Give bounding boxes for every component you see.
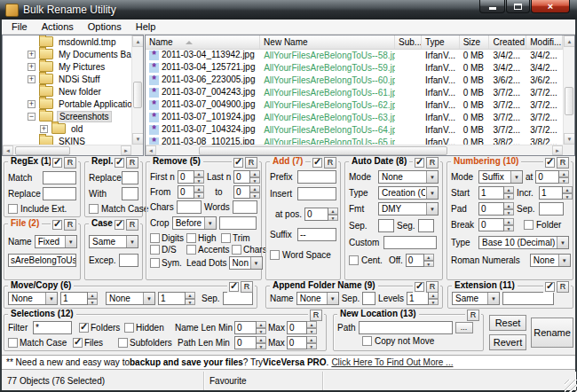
- scroll-left-icon[interactable]: ◄: [3, 145, 13, 155]
- numbering-enable-checkbox[interactable]: [545, 158, 555, 168]
- spin-up-icon[interactable]: ▲: [559, 170, 569, 177]
- spin-down-icon[interactable]: ▼: [194, 177, 204, 184]
- words-input[interactable]: [233, 200, 257, 214]
- date-sep-input[interactable]: [378, 219, 394, 232]
- file-row[interactable]: *2011-03-06_223005.jpgAllYourFilesAreBel…: [146, 74, 563, 86]
- menu-file[interactable]: File: [4, 20, 35, 33]
- path-len-min-spinner[interactable]: 0▲▼: [234, 336, 266, 349]
- insert-input[interactable]: [297, 187, 336, 200]
- lead-dots-dropdown[interactable]: Non▼: [229, 256, 263, 270]
- start-spinner[interactable]: 1▲▼: [478, 186, 514, 200]
- dropdown-arrow-icon[interactable]: ▼: [487, 293, 499, 304]
- spin-up-icon[interactable]: ▲: [504, 218, 514, 225]
- path-len-max-spinner[interactable]: 0▲▼: [287, 336, 317, 349]
- date-custom-input[interactable]: [383, 236, 437, 249]
- dropdown-arrow-icon[interactable]: ▼: [327, 293, 338, 304]
- move2-spinner[interactable]: 1▲▼: [158, 292, 195, 305]
- add-reset-button[interactable]: R: [324, 157, 336, 169]
- column-header[interactable]: Name: [146, 35, 260, 49]
- expand-icon[interactable]: +: [28, 63, 36, 71]
- spin-up-icon[interactable]: ▲: [194, 170, 204, 177]
- spin-down-icon[interactable]: ▼: [559, 177, 569, 184]
- name-len-min-spinner[interactable]: 0▲▼: [234, 321, 266, 334]
- spin-down-icon[interactable]: ▼: [504, 225, 514, 232]
- scroll-thumb[interactable]: [199, 146, 447, 155]
- dropdown-arrow-icon[interactable]: ▼: [143, 293, 154, 304]
- spin-up-icon[interactable]: ▲: [424, 254, 434, 261]
- tree-hscroll[interactable]: ◄ ►: [3, 145, 131, 155]
- spin-up-icon[interactable]: ▲: [307, 336, 317, 343]
- file-row[interactable]: *2011-03-07_004243.jpgAllYourFilesAreBel…: [146, 86, 563, 98]
- spin-up-icon[interactable]: ▲: [563, 186, 573, 193]
- movecopy-sep-input[interactable]: [223, 292, 253, 305]
- scroll-down-icon[interactable]: ▼: [132, 133, 144, 145]
- movecopy-reset-button[interactable]: R: [241, 281, 253, 293]
- spin-up-icon[interactable]: ▲: [429, 292, 439, 299]
- number-sep-input[interactable]: [539, 202, 564, 216]
- move1-spinner[interactable]: 1▲▼: [60, 292, 98, 305]
- spin-down-icon[interactable]: ▼: [88, 299, 98, 306]
- spin-up-icon[interactable]: ▲: [257, 336, 266, 343]
- spin-down-icon[interactable]: ▼: [429, 299, 439, 306]
- spin-down-icon[interactable]: ▼: [186, 299, 195, 306]
- to-spinner[interactable]: 0▲▼: [233, 185, 260, 199]
- number-type-dropdown[interactable]: Base 10 (Decimal)▼: [478, 236, 569, 249]
- filter-input[interactable]: *: [33, 321, 72, 334]
- file-row[interactable]: *2011-03-04_125721.jpgAllYourFilesAreBel…: [146, 61, 563, 74]
- menu-actions[interactable]: Actions: [35, 20, 81, 33]
- browse-button[interactable]: ...: [455, 322, 473, 333]
- spin-up-icon[interactable]: ▲: [257, 321, 266, 328]
- off-spinner[interactable]: 0▲▼: [406, 254, 434, 267]
- resize-grip[interactable]: [565, 380, 577, 392]
- at-pos-spinner[interactable]: 0▲▼: [304, 208, 338, 221]
- file-row[interactable]: *2011-03-07_004900.jpgAllYourFilesAreBel…: [146, 98, 563, 111]
- dropdown-arrow-icon[interactable]: ▼: [204, 217, 216, 229]
- spin-down-icon[interactable]: ▼: [563, 193, 573, 200]
- crop-dropdown[interactable]: Before▼: [172, 216, 217, 230]
- file-name-dropdown[interactable]: Fixed▼: [35, 235, 77, 248]
- list-hscroll[interactable]: ◄ ►: [146, 145, 563, 155]
- tree-item[interactable]: New folder: [3, 85, 131, 98]
- folders-checkbox[interactable]: [79, 323, 89, 333]
- file-enable-checkbox[interactable]: [52, 220, 62, 230]
- regex-reset-button[interactable]: R: [64, 157, 76, 169]
- dropdown-arrow-icon[interactable]: ▼: [65, 236, 76, 247]
- spin-up-icon[interactable]: ▲: [250, 185, 260, 192]
- move1-dropdown[interactable]: None▼: [8, 292, 58, 305]
- excep-input[interactable]: [119, 254, 138, 267]
- scroll-left-icon[interactable]: ◄: [146, 145, 156, 155]
- revert-button[interactable]: Revert: [489, 334, 526, 350]
- incr-spinner[interactable]: 1▲▼: [539, 186, 573, 200]
- append-name-dropdown[interactable]: None▼: [296, 292, 339, 305]
- title-bar[interactable]: Bulk Rename Utility ×: [0, 0, 577, 20]
- spin-down-icon[interactable]: ▼: [250, 192, 260, 200]
- regex-enable-checkbox[interactable]: [52, 158, 62, 168]
- from-spinner[interactable]: 0▲▼: [178, 185, 204, 199]
- file-reset-button[interactable]: R: [64, 219, 76, 231]
- scroll-down-icon[interactable]: ▼: [564, 133, 575, 145]
- close-button[interactable]: ×: [531, 0, 570, 13]
- high-checkbox[interactable]: [186, 233, 196, 243]
- minimize-button[interactable]: [479, 0, 505, 13]
- column-header[interactable]: Type: [422, 35, 460, 49]
- chars-checkbox[interactable]: [232, 245, 241, 255]
- append-reset-button[interactable]: R: [426, 281, 439, 293]
- movecopy-enable-checkbox[interactable]: [229, 282, 239, 292]
- scroll-thumb[interactable]: [15, 146, 70, 155]
- pad-spinner[interactable]: 0▲▼: [478, 202, 514, 216]
- prefix-input[interactable]: [297, 170, 336, 184]
- break-spinner[interactable]: 0▲▼: [478, 218, 514, 231]
- include-ext-checkbox[interactable]: [8, 204, 18, 214]
- tree-item[interactable]: +My Documents Ba: [3, 48, 131, 60]
- path-input[interactable]: [359, 321, 453, 334]
- spin-up-icon[interactable]: ▲: [328, 208, 338, 215]
- column-header[interactable]: New Name: [260, 35, 395, 49]
- date-fmt-dropdown[interactable]: DMY▼: [378, 202, 439, 216]
- cent-checkbox[interactable]: [349, 255, 359, 265]
- replace-reset-button[interactable]: R: [126, 157, 138, 169]
- spin-down-icon[interactable]: ▼: [194, 192, 204, 200]
- dropdown-arrow-icon[interactable]: ▼: [510, 171, 522, 183]
- expand-icon[interactable]: +: [40, 125, 48, 133]
- suffix-input[interactable]: --: [297, 228, 336, 241]
- append-sep-input[interactable]: [362, 292, 375, 305]
